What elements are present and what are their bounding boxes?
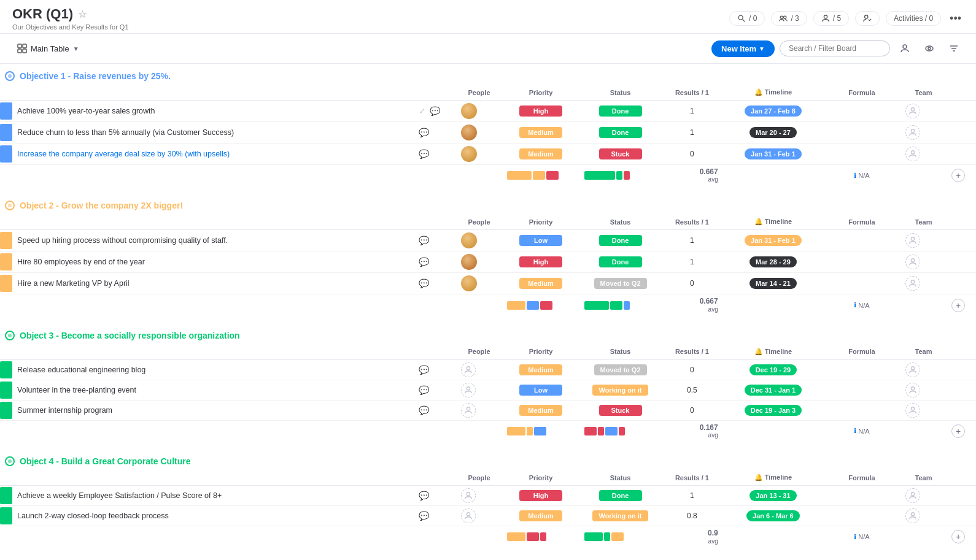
status-badge[interactable]: Stuck: [599, 405, 642, 416]
svg-line-1: [743, 20, 745, 22]
team-avatar: [905, 255, 920, 269]
group-icon: [779, 14, 788, 23]
comment-icon[interactable]: 💬: [419, 491, 429, 501]
group-header-obj4[interactable]: Object 4 - Build a Great Corporate Cultu…: [0, 449, 976, 470]
comment-icon[interactable]: 💬: [419, 385, 429, 395]
priority-badge[interactable]: Medium: [519, 127, 562, 138]
status-badge[interactable]: Stuck: [599, 148, 642, 159]
summary-people-cell: [456, 526, 502, 548]
col-formula: Formula: [823, 85, 900, 101]
formula-summary: ℹ N/A: [828, 427, 896, 435]
summary-priority-bar: [533, 171, 545, 180]
summary-status-bar: [584, 427, 597, 435]
status-badge[interactable]: Done: [599, 490, 642, 501]
status-badge[interactable]: Working on it: [592, 385, 648, 396]
group-header-content[interactable]: Object 3 - Become a socially responsible…: [0, 331, 976, 340]
summary-add-cell: +: [947, 294, 976, 316]
timeline-badge[interactable]: Jan 6 - Mar 6: [746, 510, 800, 521]
task-name[interactable]: Increase the company average deal size b…: [12, 144, 414, 165]
summary-name-cell: [12, 420, 414, 442]
priority-badge[interactable]: Low: [519, 385, 562, 396]
status-badge[interactable]: Moved to Q2: [594, 364, 647, 375]
priority-cell: Medium: [502, 506, 579, 526]
search-input[interactable]: [780, 40, 890, 56]
activities-button[interactable]: Activities / 0: [886, 11, 941, 26]
timeline-badge[interactable]: Mar 20 - 27: [749, 127, 797, 138]
summary-status-bar: [616, 171, 622, 180]
timeline-badge[interactable]: Jan 13 - 31: [749, 490, 796, 501]
timeline-badge[interactable]: Jan 31 - Feb 1: [745, 235, 802, 246]
comment-icon[interactable]: 💬: [419, 278, 429, 288]
status-badge[interactable]: Done: [599, 127, 642, 138]
col-priority: Priority: [502, 85, 579, 101]
comment-icon[interactable]: 💬: [419, 365, 429, 375]
search-pill[interactable]: / 0: [729, 11, 765, 26]
group-header-content[interactable]: Object 4 - Build a Great Corporate Cultu…: [0, 456, 976, 466]
left-bar-indicator: [0, 275, 12, 292]
group-header-obj2[interactable]: Object 2 - Grow the company 2X bigger!: [0, 193, 976, 214]
filter-icon-button[interactable]: [944, 39, 964, 58]
person-check-pill[interactable]: [855, 11, 880, 26]
timeline-badge[interactable]: Dec 31 - Jan 1: [745, 385, 802, 396]
svg-point-0: [738, 15, 743, 20]
group-pill[interactable]: / 3: [771, 11, 807, 26]
main-table-button[interactable]: Main Table ▼: [12, 41, 84, 56]
status-badge[interactable]: Working on it: [592, 510, 648, 521]
priority-badge[interactable]: High: [519, 256, 562, 267]
group-header-content[interactable]: Objective 1 - Raise revenues by 25%.: [0, 71, 976, 81]
summary-priority-bar: [507, 171, 532, 180]
eye-icon-button[interactable]: [920, 39, 939, 58]
priority-badge[interactable]: Medium: [519, 364, 562, 375]
svg-point-21: [911, 237, 914, 240]
priority-badge[interactable]: Medium: [519, 278, 562, 289]
priority-badge[interactable]: Medium: [519, 510, 562, 521]
team-cell: [900, 380, 947, 400]
check-icon[interactable]: ✓: [419, 106, 426, 116]
summary-avg: 0.667 avg: [666, 167, 718, 183]
priority-badge[interactable]: High: [519, 490, 562, 501]
avg-number: 0.667: [666, 297, 718, 305]
task-icons-cell: 💬: [414, 359, 456, 380]
timeline-badge[interactable]: Jan 31 - Feb 1: [745, 148, 802, 159]
add-button[interactable]: +: [951, 169, 965, 182]
comment-icon[interactable]: 💬: [419, 236, 429, 245]
new-item-button[interactable]: New Item ▼: [711, 40, 775, 57]
comment-icon[interactable]: 💬: [419, 257, 429, 267]
add-button[interactable]: +: [951, 530, 965, 543]
group-header-obj3[interactable]: Object 3 - Become a socially responsible…: [0, 323, 976, 344]
svg-point-23: [911, 280, 914, 283]
status-badge[interactable]: Moved to Q2: [594, 278, 647, 289]
persons-pill[interactable]: / 5: [813, 11, 849, 26]
star-icon[interactable]: ☆: [78, 9, 87, 20]
eye-icon: [924, 44, 934, 53]
add-button[interactable]: +: [951, 424, 965, 438]
comment-icon[interactable]: 💬: [430, 106, 440, 116]
summary-formula-cell: ℹ N/A: [823, 420, 900, 442]
comment-icon[interactable]: 💬: [419, 405, 429, 415]
status-badge[interactable]: Done: [599, 235, 642, 246]
summary-team-cell: [900, 165, 947, 186]
timeline-badge[interactable]: Mar 28 - 29: [749, 256, 797, 267]
status-badge[interactable]: Done: [599, 105, 642, 117]
add-button[interactable]: +: [951, 299, 965, 312]
timeline-cell: Dec 19 - 29: [723, 359, 823, 380]
timeline-badge[interactable]: Dec 19 - Jan 3: [745, 405, 802, 416]
priority-badge[interactable]: High: [519, 105, 562, 117]
timeline-badge[interactable]: Jan 27 - Feb 8: [745, 105, 802, 117]
svg-point-18: [911, 129, 914, 132]
comment-icon[interactable]: 💬: [419, 511, 429, 521]
priority-badge[interactable]: Low: [519, 235, 562, 246]
comment-icon[interactable]: 💬: [419, 149, 429, 159]
comment-icon[interactable]: 💬: [419, 128, 429, 137]
results-cell: 0.5: [661, 380, 723, 400]
group-header-obj1[interactable]: Objective 1 - Raise revenues by 25%.: [0, 64, 976, 85]
priority-badge[interactable]: Medium: [519, 148, 562, 159]
team-avatar: [905, 147, 920, 161]
timeline-badge[interactable]: Mar 14 - 21: [749, 278, 797, 289]
status-badge[interactable]: Done: [599, 256, 642, 267]
timeline-badge[interactable]: Dec 19 - 29: [749, 364, 797, 375]
more-options-button[interactable]: •••: [947, 10, 964, 28]
user-icon-button[interactable]: [895, 39, 915, 58]
priority-badge[interactable]: Medium: [519, 405, 562, 416]
group-header-content[interactable]: Object 2 - Grow the company 2X bigger!: [0, 201, 976, 210]
